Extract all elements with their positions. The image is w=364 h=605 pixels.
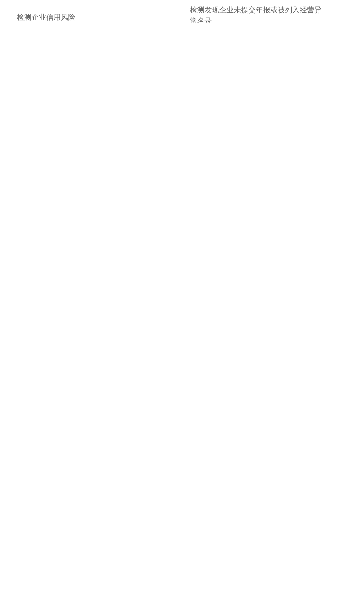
caption-s1: 检测企业信用风险: [17, 12, 75, 22]
caption-s2: 检测发现企业未提交年报或被列入经营异常名录: [190, 5, 325, 23]
